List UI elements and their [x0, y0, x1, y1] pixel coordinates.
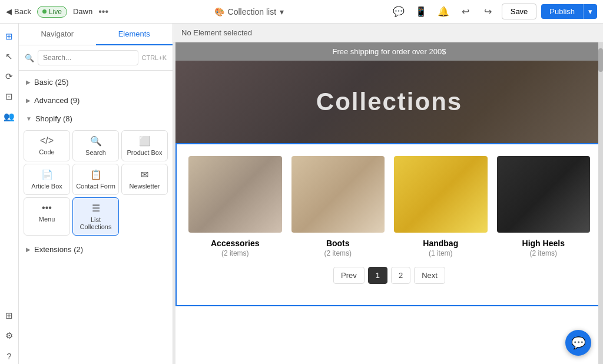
panel-tabs: Navigator Elements [19, 24, 173, 45]
iconbar-pointer[interactable]: ↖ [1, 48, 18, 65]
collection-count-heels: (2 items) [529, 249, 557, 257]
search-shortcut: CTRL+K [142, 54, 167, 61]
publish-group: Publish ▾ [541, 4, 597, 19]
shopify-arrow-icon: ▼ [26, 115, 32, 122]
iconbar-history[interactable]: ⟳ [1, 68, 18, 85]
collection-card-accessories: Accessories (2 items) [188, 156, 282, 257]
more-button[interactable]: ••• [98, 6, 108, 17]
topbar-left: ◀ Back Live Dawn ••• [6, 6, 108, 18]
back-button[interactable]: ◀ Back [6, 7, 31, 16]
main-layout: ⊞ ↖ ⟳ ⊡ 👥 ⊞ ⚙ ? Navigator Elements 🔍 CTR… [0, 24, 603, 364]
newsletter-icon: ✉ [141, 169, 148, 180]
menu-icon: ••• [42, 203, 52, 213]
search-icon: 🔍 [25, 54, 34, 62]
element-search-label: Search [85, 149, 106, 156]
collection-name-boots: Boots [326, 239, 350, 248]
element-search[interactable]: 🔍 Search [72, 130, 119, 161]
hero-title: Collections [316, 88, 462, 116]
collection-img-heels [497, 156, 591, 233]
collection-name-handbag: Handbag [423, 239, 458, 248]
element-article-box[interactable]: 📄 Article Box [24, 164, 70, 195]
chat-bubble-button[interactable]: 💬 [565, 330, 591, 356]
redo-button[interactable]: ↪ [479, 3, 497, 21]
publish-button[interactable]: Publish [541, 4, 583, 19]
topbar: ◀ Back Live Dawn ••• 🎨 Collection list ▾… [0, 0, 603, 24]
back-arrow-icon: ◀ [6, 7, 12, 16]
iconbar-help[interactable]: ? [1, 348, 18, 364]
extensions-arrow-icon: ▶ [26, 246, 31, 253]
collection-img-boots [291, 156, 385, 233]
collection-count-handbag: (1 item) [429, 249, 453, 257]
scroll-thumb[interactable] [598, 48, 603, 72]
mobile-preview-icon[interactable]: 📱 [412, 3, 430, 21]
tab-navigator[interactable]: Navigator [19, 24, 96, 45]
category-extensions[interactable]: ▶ Extensions (2) [19, 240, 173, 259]
collection-name-heels: High Heels [522, 239, 565, 248]
element-contact-form[interactable]: 📋 Contact Form [72, 164, 119, 195]
prev-button[interactable]: Prev [333, 267, 365, 284]
element-menu-label: Menu [39, 216, 55, 223]
category-advanced[interactable]: ▶ Advanced (9) [19, 91, 173, 110]
element-list-collections[interactable]: ☰ List Collections [72, 197, 119, 236]
category-extensions-label: Extensions (2) [34, 245, 83, 254]
collection-card-handbag: Handbag (1 item) [394, 156, 488, 257]
iconbar-pages[interactable]: ⊡ [1, 88, 18, 105]
search-bar: 🔍 CTRL+K [19, 45, 173, 71]
shipping-banner: Free shipping for order over 200$ [175, 42, 603, 61]
tab-elements[interactable]: Elements [96, 24, 173, 45]
page-icon: 🎨 [214, 7, 224, 16]
category-basic[interactable]: ▶ Basic (25) [19, 73, 173, 91]
element-article-box-label: Article Box [31, 183, 62, 190]
element-newsletter-label: Newsletter [130, 183, 160, 190]
page-2-button[interactable]: 2 [391, 267, 410, 284]
save-button[interactable]: Save [502, 4, 537, 19]
topbar-center[interactable]: 🎨 Collection list ▾ [114, 7, 384, 16]
notification-icon[interactable]: 🔔 [435, 3, 452, 21]
collection-card-boots: Boots (2 items) [291, 156, 385, 257]
next-button[interactable]: Next [414, 267, 445, 284]
element-code[interactable]: </> Code [24, 130, 70, 161]
category-shopify-label: Shopify (8) [35, 114, 72, 123]
search-input[interactable] [38, 50, 138, 65]
iconbar-users[interactable]: 👥 [1, 108, 18, 125]
live-label: Live [49, 8, 62, 16]
iconbar-settings[interactable]: ⚙ [1, 327, 18, 344]
page-title: Collection list [228, 7, 276, 16]
no-element-text: No Element selected [181, 28, 252, 37]
list-collections-icon: ☰ [92, 203, 100, 214]
category-basic-label: Basic (25) [34, 78, 69, 87]
element-code-label: Code [39, 148, 54, 155]
preview-area: Free shipping for order over 200$ Collec… [173, 42, 603, 364]
publish-dropdown-button[interactable]: ▾ [583, 4, 597, 19]
collection-img-handbag [394, 156, 488, 233]
shopify-elements-grid: </> Code 🔍 Search ⬜ Product Box 📄 Articl… [19, 128, 173, 240]
user-name: Dawn [73, 7, 92, 16]
contact-form-icon: 📋 [90, 169, 102, 180]
page-1-button[interactable]: 1 [368, 267, 387, 284]
iconbar-apps[interactable]: ⊞ [1, 307, 18, 324]
code-icon: </> [40, 135, 54, 146]
undo-button[interactable]: ↩ [457, 3, 475, 21]
element-product-box-label: Product Box [127, 149, 163, 156]
basic-arrow-icon: ▶ [26, 79, 31, 85]
collection-name-accessories: Accessories [211, 239, 260, 248]
element-menu[interactable]: ••• Menu [24, 197, 70, 236]
element-contact-form-label: Contact Form [76, 183, 115, 190]
product-box-icon: ⬜ [139, 135, 151, 147]
hero-section: Collections [175, 61, 603, 143]
comment-icon[interactable]: 💬 [390, 3, 407, 21]
scroll-track[interactable] [598, 42, 603, 364]
category-advanced-label: Advanced (9) [34, 96, 79, 105]
no-element-bar: No Element selected [173, 24, 603, 42]
collections-section: Accessories (2 items) Boots (2 items) Ha… [175, 143, 603, 306]
collection-img-accessories [188, 156, 282, 233]
collection-card-heels: High Heels (2 items) [497, 156, 591, 257]
advanced-arrow-icon: ▶ [26, 97, 31, 104]
chevron-down-icon: ▾ [280, 7, 284, 16]
iconbar-layers[interactable]: ⊞ [1, 28, 18, 45]
element-newsletter[interactable]: ✉ Newsletter [121, 164, 168, 195]
collection-count-accessories: (2 items) [221, 249, 249, 257]
category-shopify[interactable]: ▼ Shopify (8) [19, 110, 173, 128]
categories-list: ▶ Basic (25) ▶ Advanced (9) ▼ Shopify (8… [19, 71, 173, 364]
element-product-box[interactable]: ⬜ Product Box [121, 130, 168, 161]
